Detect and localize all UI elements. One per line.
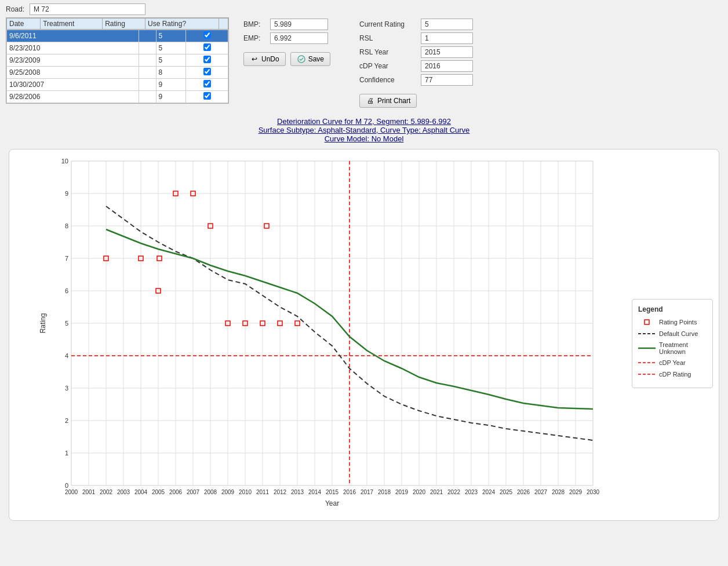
print-icon: 🖨 <box>366 96 375 105</box>
save-button[interactable]: Save <box>290 52 330 66</box>
y-axis-6: 6 <box>65 287 68 294</box>
cell-treatment <box>139 67 156 79</box>
x-2011: 2011 <box>256 489 270 495</box>
undo-button[interactable]: ↩ UnDo <box>243 52 286 66</box>
cell-date: 9/6/2011 <box>7 30 139 42</box>
table-row[interactable]: 10/30/2007 9 <box>7 79 228 91</box>
use-rating-checkbox[interactable] <box>203 80 211 87</box>
cell-treatment <box>139 79 156 91</box>
x-2030: 2030 <box>587 489 600 495</box>
x-2007: 2007 <box>187 489 200 495</box>
cell-use-rating[interactable] <box>186 30 228 42</box>
rating-table: Date Treatment Rating Use Rating? 9/6/20… <box>6 17 229 104</box>
chart-svg: 0 1 2 3 4 5 6 7 8 9 10 Rating 2000 2001 … <box>15 155 626 514</box>
x-2017: 2017 <box>361 489 374 495</box>
y-axis-2: 2 <box>65 417 68 424</box>
x-2006: 2006 <box>169 489 183 495</box>
chart-title-line3: Curve Model: No Model <box>0 134 728 143</box>
undo-label: UnDo <box>261 55 279 63</box>
col-treatment: Treatment <box>41 19 103 30</box>
print-chart-button[interactable]: 🖨 Print Chart <box>359 94 417 108</box>
cell-use-rating[interactable] <box>186 54 228 67</box>
emp-value: 6.992 <box>270 32 328 44</box>
x-2018: 2018 <box>378 489 391 495</box>
use-rating-checkbox[interactable] <box>203 31 211 39</box>
y-axis-8: 8 <box>65 222 68 229</box>
rsl-year-value: 2015 <box>421 46 473 58</box>
x-2014: 2014 <box>308 489 322 495</box>
current-rating-value: 5 <box>421 19 473 30</box>
y-axis-0: 0 <box>65 482 68 489</box>
save-label: Save <box>308 55 324 63</box>
use-rating-checkbox[interactable] <box>203 68 211 75</box>
legend-cdp-year-label: cDP Year <box>659 359 686 366</box>
y-axis-label: Rating <box>39 313 47 334</box>
y-axis-10: 10 <box>61 158 68 165</box>
cell-use-rating[interactable] <box>186 91 228 103</box>
x-2019: 2019 <box>395 489 409 495</box>
cell-use-rating[interactable] <box>186 79 228 91</box>
use-rating-checkbox[interactable] <box>203 92 211 100</box>
legend-treatment-unknown-label: Treatment Unknown <box>659 341 707 355</box>
cell-treatment <box>139 91 156 103</box>
legend-default-curve: Default Curve <box>638 330 707 338</box>
x-2005: 2005 <box>152 489 165 495</box>
chart-title-area: Deterioration Curve for M 72, Segment: 5… <box>0 111 728 146</box>
print-chart-label: Print Chart <box>377 97 410 105</box>
x-axis-label: Year <box>325 499 339 507</box>
table-row[interactable]: 9/28/2006 9 <box>7 91 228 103</box>
y-axis-1: 1 <box>65 450 68 457</box>
x-2024: 2024 <box>482 489 496 495</box>
chart-wrapper: 0 1 2 3 4 5 6 7 8 9 10 Rating 2000 2001 … <box>9 149 719 521</box>
y-axis-7: 7 <box>65 255 68 262</box>
bmp-value: 5.989 <box>270 19 328 30</box>
col-rating: Rating <box>103 19 145 30</box>
x-2026: 2026 <box>517 489 530 495</box>
x-2012: 2012 <box>274 489 287 495</box>
x-2002: 2002 <box>100 489 113 495</box>
cell-date: 9/28/2006 <box>7 91 139 103</box>
x-2000: 2000 <box>65 489 78 495</box>
save-icon <box>297 54 306 64</box>
x-2010: 2010 <box>239 489 252 495</box>
cell-treatment <box>139 54 156 67</box>
confidence-value: 77 <box>421 74 473 86</box>
undo-icon: ↩ <box>250 54 259 64</box>
data-table[interactable]: Date Treatment Rating Use Rating? <box>6 18 228 30</box>
col-date: Date <box>7 19 41 30</box>
y-axis-3: 3 <box>65 385 68 392</box>
confidence-label: Confidence <box>359 76 417 84</box>
emp-label: EMP: <box>243 34 267 42</box>
table-row[interactable]: 8/23/2010 5 <box>7 42 228 54</box>
x-2013: 2013 <box>291 489 304 495</box>
legend-treatment-unknown: Treatment Unknown <box>638 341 707 355</box>
x-2028: 2028 <box>552 489 565 495</box>
use-rating-checkbox[interactable] <box>203 56 211 63</box>
cell-date: 8/23/2010 <box>7 42 139 54</box>
data-table-body[interactable]: 9/6/2011 5 8/23/2010 5 9/23/2009 5 9/25/… <box>6 30 228 103</box>
chart-title-line1: Deterioration Curve for M 72, Segment: 5… <box>0 117 728 126</box>
cdp-year-label: cDP Year <box>359 62 417 70</box>
legend-default-curve-label: Default Curve <box>659 330 698 337</box>
use-rating-checkbox[interactable] <box>203 43 211 51</box>
cell-use-rating[interactable] <box>186 67 228 79</box>
cell-date: 10/30/2007 <box>7 79 139 91</box>
cell-use-rating[interactable] <box>186 42 228 54</box>
cdp-year-value: 2016 <box>421 60 473 72</box>
table-row[interactable]: 9/25/2008 8 <box>7 67 228 79</box>
x-2029: 2029 <box>569 489 583 495</box>
y-axis-5: 5 <box>65 320 68 327</box>
x-2008: 2008 <box>204 489 217 495</box>
rsl-value: 1 <box>421 32 473 44</box>
cell-date: 9/25/2008 <box>7 67 139 79</box>
road-value: M 72 <box>30 3 145 15</box>
chart-area: 0 1 2 3 4 5 6 7 8 9 10 Rating 2000 2001 … <box>15 155 626 514</box>
x-2023: 2023 <box>465 489 478 495</box>
legend-cdp-year: cDP Year <box>638 359 707 367</box>
x-2009: 2009 <box>221 489 235 495</box>
current-rating-label: Current Rating <box>359 20 417 28</box>
chart-title-line2: Surface Subtype: Asphalt-Standard, Curve… <box>0 126 728 134</box>
table-row[interactable]: 9/6/2011 5 <box>7 30 228 42</box>
table-row[interactable]: 9/23/2009 5 <box>7 54 228 67</box>
x-2021: 2021 <box>430 489 443 495</box>
